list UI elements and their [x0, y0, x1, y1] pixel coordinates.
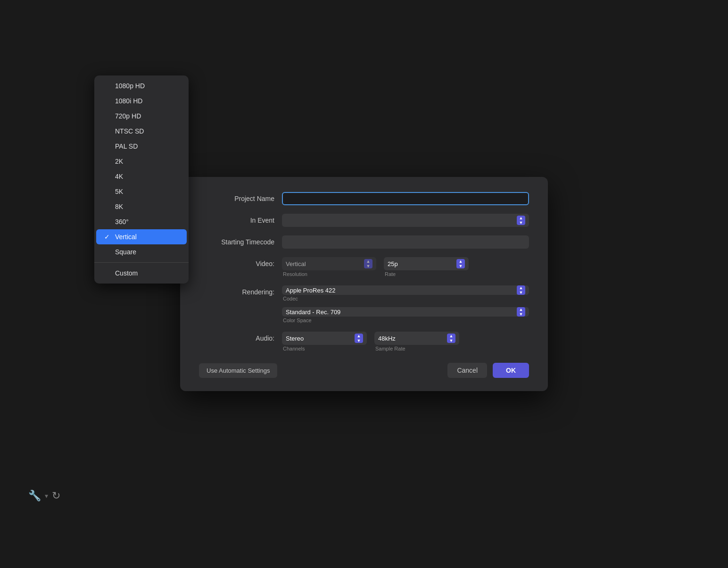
sample-rate-label: Sample Rate: [374, 346, 459, 351]
color-space-field: Standard - Rec. 709 ▲ ▼ Color Space: [282, 307, 529, 323]
audio-channels-select[interactable]: Stereo ▲ ▼: [282, 332, 367, 345]
in-event-label: In Event: [199, 217, 274, 224]
rendering-label: Rendering:: [199, 288, 274, 296]
video-rate-select[interactable]: 25p ▲ ▼: [384, 257, 469, 270]
audio-label: Audio:: [199, 334, 274, 342]
dropdown-item-360[interactable]: 360°: [94, 214, 189, 229]
audio-row: Audio: Stereo ▲ ▼ Channels: [199, 332, 529, 351]
dropdown-item-4k[interactable]: 4K: [94, 169, 189, 184]
in-event-select[interactable]: ▲ ▼: [282, 214, 529, 227]
starting-timecode-label: Starting Timecode: [199, 238, 274, 246]
use-automatic-settings-button[interactable]: Use Automatic Settings: [199, 363, 277, 378]
color-space-label: Color Space: [282, 317, 529, 323]
dropdown-item-custom[interactable]: Custom: [94, 266, 189, 281]
color-space-value: Standard - Rec. 709: [286, 309, 340, 316]
audio-channels-field: Stereo ▲ ▼ Channels: [282, 332, 367, 351]
in-event-row: In Event ▲ ▼: [199, 214, 529, 227]
video-format-select[interactable]: Vertical ▲ ▼: [282, 257, 376, 270]
chevron-updown-icon: ▲ ▼: [456, 259, 465, 268]
ok-cancel-group: Cancel OK: [447, 363, 529, 378]
chevron-updown-icon: ▲ ▼: [517, 285, 525, 295]
ok-button[interactable]: OK: [493, 363, 529, 378]
codec-field: Apple ProRes 422 ▲ ▼ Codec: [282, 285, 529, 301]
chevron-updown-icon: ▲ ▼: [517, 216, 525, 225]
dropdown-divider: [94, 262, 189, 263]
dialog-overlay: 1080p HD 1080i HD 720p HD NTSC SD PAL SD…: [0, 0, 728, 568]
rendering-fields: Apple ProRes 422 ▲ ▼ Codec Standard - Re…: [282, 285, 529, 323]
starting-timecode-row: Starting Timecode: [199, 235, 529, 249]
new-project-dialog: Project Name In Event ▲ ▼ Starting Timec…: [180, 177, 548, 391]
cancel-button[interactable]: Cancel: [447, 363, 487, 378]
dropdown-item-ntsc-sd[interactable]: NTSC SD: [94, 124, 189, 139]
color-space-select[interactable]: Standard - Rec. 709 ▲ ▼: [282, 307, 529, 317]
codec-select[interactable]: Apple ProRes 422 ▲ ▼: [282, 285, 529, 295]
dropdown-item-2k[interactable]: 2K: [94, 154, 189, 169]
video-row: Video: Vertical ▲ ▼ Resolution: [199, 257, 529, 277]
resolution-label: Resolution: [282, 271, 376, 277]
rendering-row: Rendering: Apple ProRes 422 ▲ ▼ Codec: [199, 285, 529, 323]
project-name-row: Project Name: [199, 192, 529, 205]
audio-channels-value: Stereo: [286, 335, 304, 342]
channels-label: Channels: [282, 346, 367, 351]
dropdown-item-8k[interactable]: 8K: [94, 199, 189, 214]
project-name-input[interactable]: [282, 192, 529, 205]
dropdown-item-1080i-hd[interactable]: 1080i HD: [94, 93, 189, 109]
video-format-field: Vertical ▲ ▼ Resolution: [282, 257, 376, 277]
rate-label: Rate: [384, 271, 469, 277]
dropdown-item-5k[interactable]: 5K: [94, 184, 189, 199]
audio-fields: Stereo ▲ ▼ Channels 48kHz ▲ ▼: [282, 332, 529, 351]
dropdown-item-square[interactable]: Square: [94, 244, 189, 259]
codec-label: Codec: [282, 296, 529, 301]
audio-sample-rate-select[interactable]: 48kHz ▲ ▼: [374, 332, 459, 345]
chevron-updown-icon: ▲ ▼: [517, 307, 525, 317]
dropdown-item-vertical[interactable]: ✓ Vertical: [96, 229, 187, 244]
video-rate-value: 25p: [388, 260, 398, 267]
chevron-updown-icon: ▲ ▼: [355, 334, 363, 343]
codec-value: Apple ProRes 422: [286, 287, 336, 294]
chevron-updown-icon: ▲ ▼: [364, 259, 372, 268]
chevron-updown-icon: ▲ ▼: [447, 334, 455, 343]
video-rate-field: 25p ▲ ▼ Rate: [384, 257, 469, 277]
audio-sample-rate-value: 48kHz: [378, 335, 396, 342]
dropdown-item-720p-hd[interactable]: 720p HD: [94, 109, 189, 124]
starting-timecode-input[interactable]: [282, 235, 529, 249]
video-format-value: Vertical: [286, 260, 306, 267]
video-fields: Vertical ▲ ▼ Resolution 25p ▲ ▼: [282, 257, 529, 277]
checkmark-icon: ✓: [104, 233, 110, 241]
video-label: Video:: [199, 260, 274, 267]
audio-sample-rate-field: 48kHz ▲ ▼ Sample Rate: [374, 332, 459, 351]
dropdown-item-pal-sd[interactable]: PAL SD: [94, 139, 189, 154]
dropdown-item-1080p-hd[interactable]: 1080p HD: [94, 78, 189, 93]
dialog-buttons: Use Automatic Settings Cancel OK: [199, 363, 529, 378]
project-name-label: Project Name: [199, 195, 274, 202]
video-format-dropdown[interactable]: 1080p HD 1080i HD 720p HD NTSC SD PAL SD…: [94, 75, 189, 284]
